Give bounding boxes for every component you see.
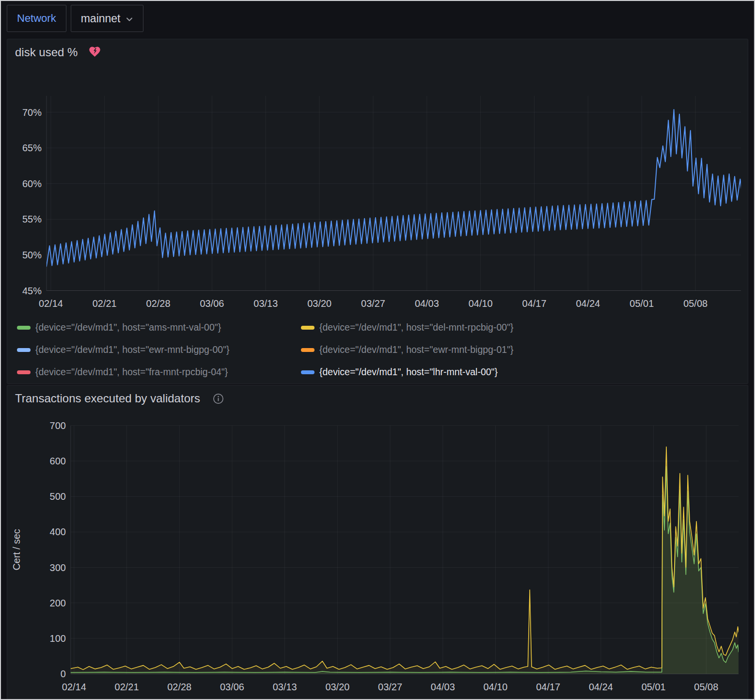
svg-text:200: 200 (50, 598, 66, 608)
dashboard-controls: Network mainnet (7, 5, 754, 32)
legend-label: {device="/dev/md1", host="ams-mnt-val-00… (35, 322, 221, 333)
svg-text:50%: 50% (22, 250, 42, 260)
panel-disk-used: disk used % 45%50%55%60%65%70%02/1402/21… (7, 39, 748, 384)
svg-text:03/13: 03/13 (253, 298, 278, 309)
svg-text:55%: 55% (22, 214, 42, 224)
panel-transactions: Transactions executed by validators 0100… (7, 385, 748, 700)
svg-text:04/10: 04/10 (469, 298, 493, 309)
svg-text:65%: 65% (22, 143, 42, 153)
series-color-swatch (17, 370, 31, 374)
legend-item[interactable]: {device="/dev/md1", host="lhr-mnt-val-00… (301, 364, 572, 380)
legend-item[interactable]: {device="/dev/md1", host="ewr-mnt-bigpg-… (17, 342, 288, 358)
panel-disk-used-header: disk used % (7, 39, 748, 65)
legend-label: {device="/dev/md1", host="ewr-mnt-bigpg-… (35, 344, 230, 355)
svg-text:100: 100 (50, 633, 66, 644)
legend-label: {device="/dev/md1", host="del-mnt-rpcbig… (319, 322, 514, 333)
svg-text:04/17: 04/17 (522, 298, 547, 309)
legend-label: {device="/dev/md1", host="ewr-mnt-bigpg-… (319, 344, 514, 355)
svg-text:02/28: 02/28 (146, 298, 171, 309)
legend: {device="/dev/md1", host="ams-mnt-val-00… (17, 319, 647, 380)
network-variable-value: mainnet (81, 12, 121, 25)
legend-item[interactable]: {device="/dev/md1", host="ewr-mnt-bigpg-… (301, 342, 572, 358)
transactions-chart[interactable]: 010020030040050060070002/1402/2102/2803/… (7, 385, 748, 700)
series-color-swatch (301, 326, 315, 330)
panel-title-disk-used[interactable]: disk used % (15, 46, 78, 59)
svg-text:03/20: 03/20 (307, 298, 331, 309)
network-variable-label-box: Network (7, 5, 66, 32)
panel-title-transactions[interactable]: Transactions executed by validators (15, 392, 200, 405)
svg-text:04/03: 04/03 (431, 682, 455, 692)
svg-text:45%: 45% (22, 286, 42, 296)
svg-text:05/01: 05/01 (642, 682, 666, 692)
info-circle-icon[interactable] (213, 393, 224, 404)
svg-text:02/21: 02/21 (115, 682, 139, 692)
series-color-swatch (301, 348, 315, 352)
svg-text:60%: 60% (22, 178, 42, 189)
svg-text:Cert / sec: Cert / sec (11, 529, 22, 570)
svg-text:300: 300 (50, 562, 66, 573)
legend-label: {device="/dev/md1", host="fra-mnt-rpcbig… (35, 366, 228, 378)
network-variable-dropdown[interactable]: mainnet (71, 5, 143, 32)
svg-text:03/13: 03/13 (273, 682, 297, 692)
svg-text:03/27: 03/27 (378, 682, 402, 692)
series-color-swatch (301, 370, 315, 374)
svg-text:05/08: 05/08 (683, 298, 708, 309)
legend-item[interactable]: {device="/dev/md1", host="ams-mnt-val-00… (17, 319, 288, 335)
svg-text:400: 400 (50, 526, 66, 537)
svg-text:04/10: 04/10 (484, 682, 508, 692)
legend-item[interactable]: {device="/dev/md1", host="del-mnt-rpcbig… (301, 319, 572, 335)
network-variable-label: Network (17, 12, 56, 25)
series-color-swatch (17, 326, 31, 330)
svg-text:04/17: 04/17 (536, 682, 560, 692)
svg-text:02/28: 02/28 (167, 682, 191, 692)
svg-text:700: 700 (50, 420, 66, 431)
svg-text:02/21: 02/21 (93, 298, 117, 309)
svg-text:03/27: 03/27 (361, 298, 385, 309)
legend-item[interactable]: {device="/dev/md1", host="fra-mnt-rpcbig… (17, 364, 288, 380)
svg-text:04/03: 04/03 (415, 298, 439, 309)
svg-text:500: 500 (50, 491, 66, 502)
svg-text:70%: 70% (22, 107, 42, 118)
svg-text:600: 600 (50, 456, 66, 466)
svg-text:05/08: 05/08 (694, 682, 718, 692)
svg-text:03/06: 03/06 (220, 682, 244, 692)
svg-text:03/06: 03/06 (200, 298, 224, 309)
alert-broken-heart-icon (88, 45, 101, 60)
panel-transactions-header: Transactions executed by validators (7, 385, 748, 412)
legend-label: {device="/dev/md1", host="lhr-mnt-val-00… (319, 366, 498, 378)
svg-text:03/20: 03/20 (325, 682, 349, 692)
series-color-swatch (17, 348, 31, 352)
svg-text:05/01: 05/01 (629, 298, 654, 309)
svg-text:02/14: 02/14 (39, 298, 63, 309)
chevron-down-icon (126, 16, 133, 23)
svg-text:02/14: 02/14 (62, 682, 86, 692)
svg-text:04/24: 04/24 (576, 298, 600, 309)
svg-text:04/24: 04/24 (589, 682, 613, 692)
svg-text:0: 0 (61, 668, 66, 679)
